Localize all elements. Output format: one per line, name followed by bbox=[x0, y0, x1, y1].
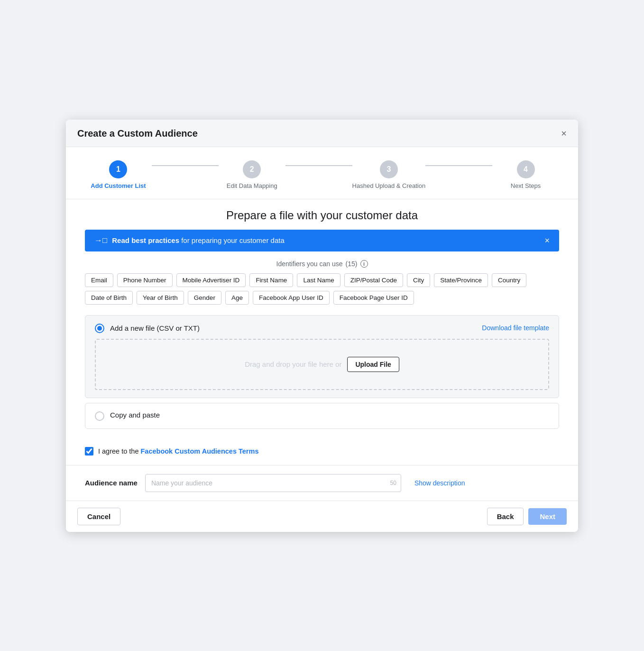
identifiers-label: Identifiers you can use (15) i bbox=[85, 260, 559, 268]
stepper-divider bbox=[66, 199, 578, 199]
banner-strong[interactable]: Read best practices bbox=[112, 236, 179, 244]
option-title-new-file: Add a new file (CSV or TXT) bbox=[110, 324, 200, 332]
tags-area: EmailPhone NumberMobile Advertiser IDFir… bbox=[85, 273, 559, 305]
step-1: 1 Add Customer List bbox=[85, 160, 152, 189]
page-heading: Prepare a file with your customer data bbox=[85, 209, 559, 222]
tag-last-name: Last Name bbox=[297, 273, 340, 287]
identifiers-count: (15) bbox=[346, 260, 358, 268]
step-label-4: Next Steps bbox=[511, 182, 541, 189]
upload-file-button[interactable]: Upload File bbox=[347, 357, 399, 372]
modal: Create a Custom Audience × 1 Add Custome… bbox=[66, 120, 578, 532]
tag-year-of-birth: Year of Birth bbox=[137, 291, 184, 305]
radio-copy-paste[interactable] bbox=[95, 411, 104, 421]
identifiers-text: Identifiers you can use bbox=[276, 260, 343, 268]
agree-row: I agree to the Facebook Custom Audiences… bbox=[85, 439, 559, 465]
option-copy-paste[interactable]: Copy and paste bbox=[85, 403, 559, 429]
cancel-button[interactable]: Cancel bbox=[77, 508, 120, 525]
tag-facebook-app-user-id: Facebook App User ID bbox=[253, 291, 330, 305]
step-connector-2 bbox=[285, 165, 352, 166]
tag-gender: Gender bbox=[188, 291, 221, 305]
drop-zone[interactable]: Drag and drop your file here or Upload F… bbox=[95, 339, 549, 390]
tag-country: Country bbox=[492, 273, 526, 287]
char-count: 50 bbox=[390, 480, 396, 486]
modal-header: Create a Custom Audience × bbox=[66, 120, 578, 147]
step-circle-2: 2 bbox=[243, 160, 261, 178]
modal-title: Create a Custom Audience bbox=[77, 128, 198, 139]
option-new-file[interactable]: Add a new file (CSV or TXT) Download fil… bbox=[85, 315, 559, 398]
next-button[interactable]: Next bbox=[528, 508, 567, 525]
agree-link[interactable]: Facebook Custom Audiences Terms bbox=[140, 447, 258, 455]
audience-input-wrap: 50 bbox=[145, 474, 401, 492]
content-area: Prepare a file with your customer data →… bbox=[66, 209, 578, 465]
step-circle-1: 1 bbox=[109, 160, 127, 178]
footer-right: Back Next bbox=[487, 508, 567, 525]
tag-first-name: First Name bbox=[249, 273, 293, 287]
step-4: 4 Next Steps bbox=[492, 160, 559, 189]
step-2: 2 Edit Data Mapping bbox=[219, 160, 285, 189]
footer-actions: Cancel Back Next bbox=[66, 501, 578, 532]
step-label-1: Add Customer List bbox=[91, 182, 146, 189]
step-circle-3: 3 bbox=[380, 160, 398, 178]
step-label-3: Hashed Upload & Creation bbox=[352, 182, 426, 189]
option-header: Add a new file (CSV or TXT) Download fil… bbox=[95, 323, 549, 333]
info-icon[interactable]: i bbox=[360, 260, 368, 268]
agree-text: I agree to the Facebook Custom Audiences… bbox=[98, 447, 258, 455]
stepper: 1 Add Customer List 2 Edit Data Mapping … bbox=[66, 147, 578, 199]
banner-close-button[interactable]: × bbox=[544, 236, 550, 245]
tag-city: City bbox=[407, 273, 430, 287]
show-description-link[interactable]: Show description bbox=[414, 479, 465, 487]
option-title-copy-paste: Copy and paste bbox=[110, 411, 160, 419]
options-area: Add a new file (CSV or TXT) Download fil… bbox=[85, 315, 559, 429]
step-label-2: Edit Data Mapping bbox=[227, 182, 277, 189]
download-template-link[interactable]: Download file template bbox=[482, 324, 549, 332]
radio-new-file[interactable] bbox=[95, 324, 104, 333]
audience-label: Audience name bbox=[85, 479, 138, 487]
agree-checkbox[interactable] bbox=[85, 447, 93, 456]
step-connector-1 bbox=[152, 165, 219, 166]
tag-email: Email bbox=[85, 273, 113, 287]
export-icon: →□ bbox=[94, 236, 107, 245]
banner-suffix: for preparing your customer data bbox=[181, 236, 285, 244]
audience-name-input[interactable] bbox=[145, 474, 401, 492]
radio-inner-new-file bbox=[97, 326, 102, 331]
step-3: 3 Hashed Upload & Creation bbox=[352, 160, 426, 189]
tag-mobile-advertiser-id: Mobile Advertiser ID bbox=[176, 273, 246, 287]
dropzone-text: Drag and drop your file here or bbox=[245, 360, 341, 368]
blue-banner: →□ Read best practices for preparing you… bbox=[85, 230, 559, 251]
tag-facebook-page-user-id: Facebook Page User ID bbox=[333, 291, 414, 305]
back-button[interactable]: Back bbox=[487, 508, 524, 525]
step-connector-3 bbox=[425, 165, 492, 166]
tag-age: Age bbox=[225, 291, 249, 305]
close-button[interactable]: × bbox=[561, 129, 567, 138]
tag-phone-number: Phone Number bbox=[117, 273, 173, 287]
tag-zip/postal-code: ZIP/Postal Code bbox=[344, 273, 403, 287]
banner-text: →□ Read best practices for preparing you… bbox=[94, 236, 285, 245]
step-circle-4: 4 bbox=[517, 160, 535, 178]
tag-state/province: State/Province bbox=[434, 273, 488, 287]
tag-date-of-birth: Date of Birth bbox=[85, 291, 133, 305]
footer-audience: Audience name 50 Show description bbox=[66, 465, 578, 501]
